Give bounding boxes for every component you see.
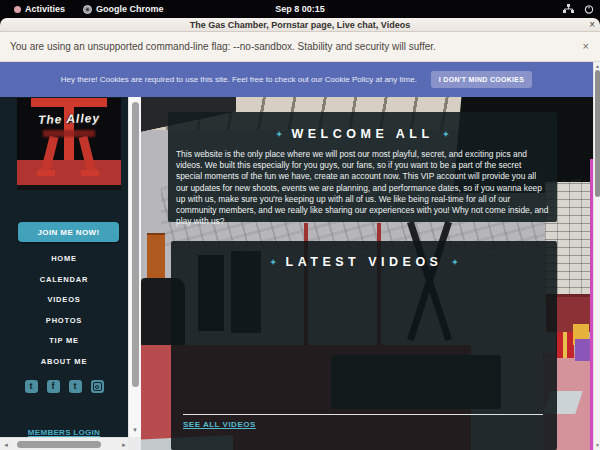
cookie-message: Hey there! Cookies are required to use t… — [61, 75, 417, 84]
welcome-title: WELCOME ALL — [291, 127, 433, 141]
welcome-body-text: This website is the only place where we … — [176, 149, 549, 227]
sidebar-item-photos[interactable]: PHOTOS — [0, 311, 128, 332]
sidebar: The Alley JOIN ME NOW! HOME CALENDAR VID… — [0, 97, 128, 450]
activities-label: Activities — [25, 4, 65, 14]
tumblr-icon[interactable]: t — [69, 380, 82, 393]
logo-frame-pole — [64, 98, 74, 160]
sidebar-item-calendar[interactable]: CALENDAR — [0, 270, 128, 291]
page-vertical-scrollbar[interactable]: ▲ ▼ — [593, 62, 600, 450]
notification-close-button[interactable]: × — [583, 40, 589, 53]
activities-button[interactable]: Activities — [8, 0, 71, 18]
sidebar-item-about-me[interactable]: ABOUT ME — [0, 352, 128, 373]
instagram-icon[interactable] — [91, 380, 104, 393]
logo-text: The Alley — [17, 110, 121, 128]
see-all-videos-link[interactable]: SEE ALL VIDEOS — [183, 420, 256, 429]
page-vscroll-thumb[interactable] — [595, 70, 600, 197]
app-menu-google-chrome[interactable]: Google Chrome — [77, 0, 170, 18]
sparkle-icon: ✦ — [276, 130, 283, 139]
sparkle-icon: ✦ — [270, 258, 277, 267]
activities-dot-icon — [14, 6, 21, 13]
latest-videos-panel: ✦ LATEST VIDEOS ✦ SEE ALL VIDEOS — [171, 241, 557, 450]
instagram-lens — [95, 385, 99, 389]
sidebar-item-videos[interactable]: VIDEOS — [0, 290, 128, 311]
sidebar-horizontal-scrollbar[interactable]: ◄ ► — [0, 437, 141, 450]
photo-background: ✦ WELCOME ALL ✦ This website is the only… — [141, 97, 593, 450]
scroll-right-icon[interactable]: ► — [121, 442, 127, 448]
logo-frame-foot — [37, 170, 55, 176]
notification-bar: You are using an unsupported command-lin… — [0, 32, 600, 62]
divider — [183, 414, 543, 415]
logo-frame-foot — [81, 170, 99, 176]
welcome-panel: ✦ WELCOME ALL ✦ This website is the only… — [168, 112, 557, 222]
join-me-now-button[interactable]: JOIN ME NOW! — [18, 222, 119, 242]
photo-gift-box — [575, 339, 590, 361]
network-icon[interactable] — [563, 4, 574, 14]
scroll-up-icon[interactable]: ▲ — [595, 63, 600, 69]
logo-floor — [17, 160, 121, 186]
sparkle-icon: ✦ — [443, 130, 450, 139]
scroll-down-icon[interactable]: ▼ — [132, 427, 138, 433]
cookie-accept-button[interactable]: I DON'T MIND COOKIES — [431, 71, 532, 88]
app-menu-label: Google Chrome — [96, 4, 164, 14]
sidebar-nav: HOME CALENDAR VIDEOS PHOTOS TIP ME ABOUT… — [0, 249, 128, 372]
members-login-link[interactable]: MEMBERS LOGIN — [0, 428, 128, 437]
facebook-icon[interactable]: f — [47, 380, 60, 393]
photo-gift-box — [556, 332, 574, 358]
twitter-icon[interactable]: t — [25, 380, 38, 393]
scrollbar-corner — [128, 437, 141, 450]
system-top-bar: Activities Google Chrome Sep 8 00:15 — [0, 0, 600, 18]
sidebar-vertical-scrollbar[interactable]: ▼ — [128, 97, 141, 437]
logo-mat — [17, 185, 121, 190]
photo-door — [147, 233, 165, 279]
power-icon[interactable] — [584, 4, 594, 14]
cookie-banner: Hey there! Cookies are required to use t… — [0, 62, 593, 97]
sidebar-item-home[interactable]: HOME — [0, 249, 128, 270]
logo-subtext-decor — [43, 130, 95, 137]
window-titlebar[interactable]: The Gas Chamber, Pornstar page, Live cha… — [0, 18, 600, 32]
clock[interactable]: Sep 8 00:15 — [275, 0, 325, 18]
latest-videos-heading: ✦ LATEST VIDEOS ✦ — [171, 255, 557, 269]
sidebar-hscroll-thumb[interactable] — [17, 441, 101, 448]
window-title: The Gas Chamber, Pornstar page, Live cha… — [0, 18, 600, 32]
notification-text: You are using an unsupported command-lin… — [10, 32, 436, 62]
sidebar-vscroll-thumb[interactable] — [132, 102, 139, 387]
welcome-heading: ✦ WELCOME ALL ✦ — [168, 127, 557, 141]
window-close-button[interactable]: × — [589, 18, 595, 32]
sparkle-icon: ✦ — [451, 258, 458, 267]
page-content: The Alley JOIN ME NOW! HOME CALENDAR VID… — [0, 97, 593, 450]
scroll-down-icon[interactable]: ▼ — [595, 442, 600, 448]
social-links: t f t — [0, 380, 128, 393]
site-logo[interactable]: The Alley — [17, 98, 121, 190]
scroll-left-icon[interactable]: ◄ — [3, 442, 9, 448]
latest-videos-title: LATEST VIDEOS — [286, 255, 443, 269]
sidebar-item-tip-me[interactable]: TIP ME — [0, 331, 128, 352]
chrome-icon — [83, 5, 92, 14]
